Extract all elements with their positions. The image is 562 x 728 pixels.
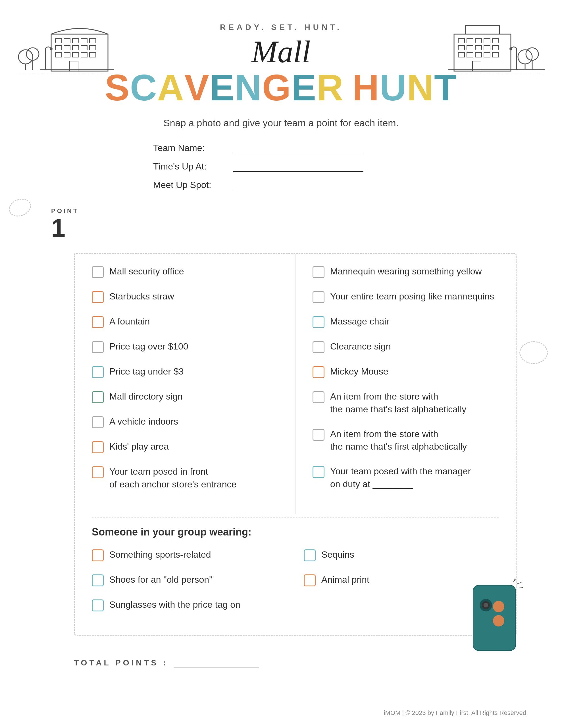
list-item: Mall security office [92,265,278,278]
page: READY. SET. HUNT. Mall SCAVENGER HUNT Sn… [0,0,562,728]
form-row-meetup: Meet Up Spot: [153,180,409,190]
checklist-columns: Mall security officeStarbucks strawA fou… [92,265,499,503]
svg-line-53 [519,588,523,588]
title-letter-a: A [157,69,185,106]
list-item: An item from the store with the name tha… [312,428,499,453]
checkbox[interactable] [304,574,316,586]
item-text: Mall security office [109,265,184,278]
title-letter-r1: R [316,69,344,106]
phone-illustration [464,577,527,657]
point-number: 1 [51,215,65,241]
item-text: An item from the store with the name tha… [330,390,466,416]
footer: iMOM | © 2023 by Family First. All Right… [384,709,528,717]
checkbox[interactable] [92,291,104,303]
scavenger-hunt-title: SCAVENGER HUNT [34,69,528,106]
checklist-col-left: Mall security officeStarbucks strawA fou… [92,265,278,503]
team-name-label: Team Name: [153,143,233,153]
title-letter-t: T [434,69,457,106]
item-text: Sequins [321,548,354,561]
title-letter-s: S [105,69,130,106]
list-item: Shoes for an "old person" [92,573,287,586]
checkbox[interactable] [92,574,104,586]
item-text: Something sports-related [109,548,211,561]
svg-point-59 [493,601,504,612]
checkbox[interactable] [92,341,104,353]
checkbox[interactable] [92,466,104,478]
item-text: Sunglasses with the price tag on [109,598,241,611]
checkbox[interactable] [92,316,104,328]
checkbox[interactable] [92,549,104,561]
checkbox[interactable] [312,341,324,353]
checkbox[interactable] [312,291,324,303]
checklist-area: Mall security officeStarbucks strawA fou… [74,253,517,636]
list-item: Something sports-related [92,548,287,561]
mall-script-title: Mall [34,35,528,69]
total-section: TOTAL POINTS : [74,658,528,667]
list-item: Mickey Mouse [312,365,499,378]
total-points-label: TOTAL POINTS : [74,658,168,667]
item-text: Mickey Mouse [330,365,388,378]
list-item: Mannequin wearing something yellow [312,265,499,278]
list-item: Kids' play area [92,440,278,453]
checkbox[interactable] [312,391,324,403]
checklist-box: Mall security officeStarbucks strawA fou… [74,253,517,636]
checkbox[interactable] [312,429,324,441]
title-letter-h: H [352,69,379,106]
item-text: Your team posed with the manager on duty… [330,465,471,491]
list-item: Sunglasses with the price tag on [92,598,287,611]
checkbox[interactable] [92,366,104,378]
title-letter-v: V [185,69,210,106]
title-letter-u: U [379,69,407,106]
checkbox[interactable] [92,266,104,278]
item-text: Starbucks straw [109,290,174,303]
wearing-col-left: Something sports-relatedShoes for an "ol… [92,548,287,623]
checkbox[interactable] [304,549,316,561]
form-section: Team Name: Time's Up At: Meet Up Spot: [153,143,409,190]
wearing-columns: Something sports-relatedShoes for an "ol… [92,548,499,623]
list-item: Sequins [304,548,499,561]
checkbox[interactable] [312,466,324,478]
item-text: A fountain [109,315,150,328]
checkbox[interactable] [312,316,324,328]
form-row-team: Team Name: [153,143,409,153]
list-item: An item from the store with the name tha… [312,390,499,416]
list-item: A vehicle indoors [92,415,278,428]
svg-line-52 [517,582,521,584]
list-item: Price tag over $100 [92,340,278,353]
item-text: Clearance sign [330,340,391,353]
item-text: An item from the store with the name tha… [330,428,467,453]
svg-point-0 [18,50,33,64]
item-text: Massage chair [330,315,389,328]
meet-up-label: Meet Up Spot: [153,180,233,190]
team-name-line [233,151,363,153]
item-text: Your entire team posing like mannequins [330,290,494,303]
checkbox[interactable] [92,441,104,453]
item-text: Price tag under $3 [109,365,184,378]
title-letter-n2: N [407,69,434,106]
checkbox[interactable] [92,416,104,428]
wearing-title: Someone in your group wearing: [92,526,499,538]
checkbox[interactable] [312,366,324,378]
deco-circle-left [6,196,34,220]
times-up-label: Time's Up At: [153,161,233,172]
form-row-time: Time's Up At: [153,161,409,172]
checklist-col-right: Mannequin wearing something yellowYour e… [312,265,499,503]
checkbox[interactable] [312,266,324,278]
meet-up-line [233,188,363,190]
title-letter-e1: E [210,69,235,106]
list-item: Your entire team posing like mannequins [312,290,499,303]
checkbox[interactable] [92,599,104,611]
list-item: Your team posed in front of each anchor … [92,465,278,491]
title-letter-n1: N [235,69,262,106]
item-text: Animal print [321,573,369,586]
deco-circle-right [519,341,548,364]
checkbox[interactable] [92,391,104,403]
col-divider [295,254,295,514]
list-item: Massage chair [312,315,499,328]
title-letter-g: G [262,69,291,106]
title-letter-e2: E [291,69,317,106]
times-up-line [233,169,363,172]
svg-point-58 [484,603,488,607]
header: READY. SET. HUNT. Mall SCAVENGER HUNT [34,23,528,106]
wearing-section: Someone in your group wearing: Something… [92,517,499,623]
